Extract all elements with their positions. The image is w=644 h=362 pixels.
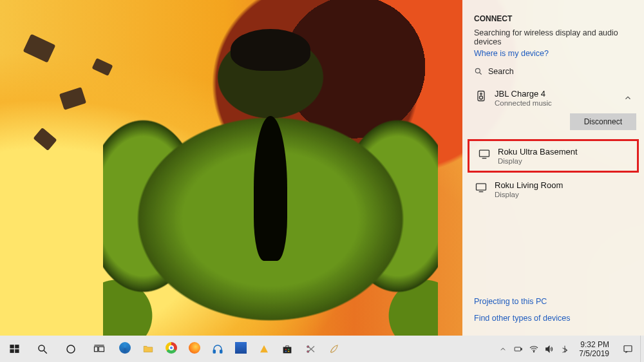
wallpaper-hulk-figure [103,19,438,341]
svg-point-33 [534,351,535,352]
bluetooth-icon [560,344,569,354]
device-status: Connected music [495,99,552,107]
cortana-icon [65,343,77,355]
svg-rect-24 [288,348,290,350]
task-view-icon [93,343,106,355]
device-jbl-charge-4[interactable]: JBL Charge 4 Connected music [462,82,644,113]
feather-icon [328,343,339,355]
wifi-icon [529,344,539,354]
tray-volume[interactable] [542,336,557,362]
taskbar-app-snip[interactable] [299,336,322,362]
svg-rect-11 [10,349,14,353]
taskbar: 9:32 PM 7/5/2019 [0,336,644,362]
search-icon [474,67,483,76]
find-other-devices-link[interactable]: Find other types of devices [474,310,632,327]
speaker-icon [474,89,488,103]
svg-rect-22 [283,347,291,353]
folder-icon [142,343,155,355]
svg-point-0 [475,68,480,73]
edge-icon [119,342,131,356]
svg-rect-31 [515,347,520,351]
action-center-button[interactable] [616,336,640,362]
svg-rect-19 [213,350,215,353]
svg-rect-12 [15,349,19,353]
tray-battery[interactable] [511,336,526,362]
taskbar-app-groove[interactable] [206,336,229,362]
svg-rect-25 [285,350,287,352]
svg-rect-17 [99,347,104,352]
taskbar-app-sketch[interactable] [322,336,345,362]
search-icon [37,343,48,355]
svg-rect-9 [10,345,14,348]
device-roku-living-room[interactable]: Roku Living Room Display [462,174,644,205]
battery-icon [513,345,524,354]
svg-point-3 [480,93,482,95]
connect-search-label: Search [488,67,514,76]
svg-line-14 [44,350,47,354]
clock-time: 9:32 PM [580,340,609,349]
svg-line-29 [309,347,314,352]
taskbar-app-file-explorer[interactable] [137,336,160,362]
svg-rect-26 [288,350,290,352]
wallpaper-debris [33,128,57,151]
where-is-my-device-link[interactable]: Where is my device? [462,48,644,64]
svg-point-15 [67,345,75,353]
svg-line-1 [480,73,482,75]
plex-icon [259,344,269,354]
show-desktop-button[interactable] [640,336,644,362]
svg-rect-32 [521,348,522,349]
svg-rect-35 [624,345,632,351]
tray-bluetooth[interactable] [557,336,573,362]
wallpaper-debris [23,34,56,63]
volume-icon [544,344,554,354]
taskbar-app-chrome[interactable] [160,336,183,362]
taskbar-right: 9:32 PM 7/5/2019 [495,336,644,362]
display-icon [477,147,491,161]
svg-marker-34 [546,346,549,352]
device-name: Roku Ultra Basement [498,147,578,157]
svg-point-4 [480,96,483,99]
svg-point-13 [39,345,44,351]
desktop[interactable]: CONNECT Searching for wireless display a… [0,0,644,336]
taskbar-app-edge[interactable] [113,336,137,362]
svg-rect-10 [15,345,19,348]
taskbar-app-blue[interactable] [229,336,252,362]
device-name: JBL Charge 4 [495,89,552,99]
start-button[interactable] [0,336,28,362]
device-name: Roku Living Room [495,180,563,190]
device-roku-ultra-basement[interactable]: Roku Ultra Basement Display [473,144,633,167]
svg-rect-16 [95,347,98,352]
store-icon [281,343,293,355]
svg-rect-20 [220,350,222,353]
firefox-icon [189,342,200,356]
taskbar-app-store[interactable] [276,336,299,362]
taskbar-clock[interactable]: 9:32 PM 7/5/2019 [573,336,616,362]
device-kind: Display [495,191,563,198]
chevron-up-icon [499,345,507,353]
annotation-highlight: Roku Ultra Basement Display [468,139,639,173]
projecting-to-this-pc-link[interactable]: Projecting to this PC [474,293,632,310]
chevron-up-icon[interactable] [623,93,632,102]
app-icon [235,342,247,356]
connect-search[interactable]: Search [462,64,644,82]
svg-line-30 [309,346,314,351]
connect-panel: CONNECT Searching for wireless display a… [462,0,644,336]
task-view-button[interactable] [85,336,113,362]
device-kind: Display [498,157,578,165]
taskbar-app-plex[interactable] [252,336,276,362]
tray-wifi[interactable] [526,336,542,362]
tray-overflow-button[interactable] [495,336,511,362]
headphones-icon [212,343,223,355]
disconnect-button[interactable]: Disconnect [570,113,636,130]
taskbar-left [0,336,345,362]
taskbar-app-firefox[interactable] [183,336,206,362]
windows-icon [9,343,20,354]
clock-date: 7/5/2019 [579,349,609,358]
taskbar-search-button[interactable] [28,336,57,362]
svg-rect-23 [285,348,287,350]
cortana-button[interactable] [57,336,85,362]
chrome-icon [166,342,177,356]
svg-rect-7 [477,184,486,190]
connect-title: CONNECT [462,0,644,26]
display-icon [474,180,488,195]
